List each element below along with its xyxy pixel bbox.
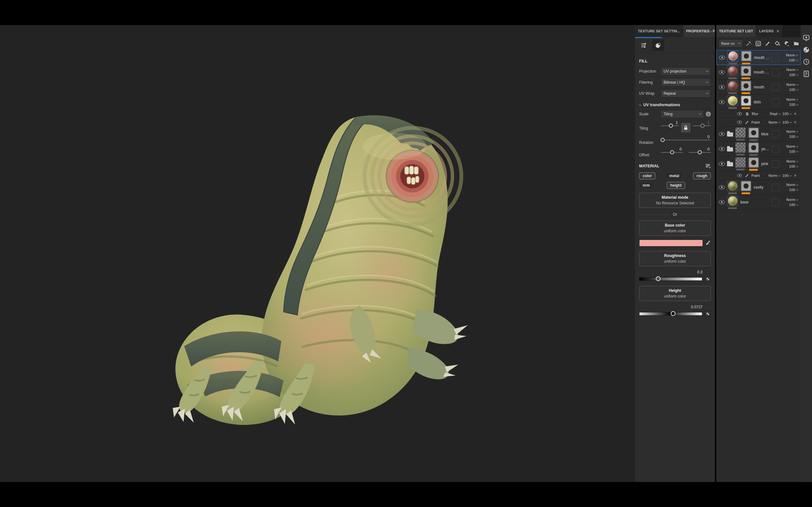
channel-chip-rough[interactable]: rough: [693, 172, 711, 179]
slider-knob[interactable]: [656, 276, 661, 281]
layer-name[interactable]: pink: [761, 162, 770, 166]
add-fill-layer-button[interactable]: [755, 40, 762, 47]
opacity-select[interactable]: 100: [782, 120, 792, 124]
range-swap-icon[interactable]: [705, 276, 711, 282]
filtering-select[interactable]: Bilinear | HQ: [661, 78, 711, 87]
layer-name[interactable]: mouth: [754, 85, 770, 89]
offset-v-slider[interactable]: 0: [689, 148, 711, 153]
visibility-eye-icon[interactable]: [719, 56, 725, 60]
layer-thumbnail[interactable]: [728, 66, 738, 76]
blend-mode-select[interactable]: Norm: [786, 130, 798, 133]
visibility-eye-icon[interactable]: [719, 70, 725, 74]
visibility-eye-icon[interactable]: [737, 121, 742, 124]
tiling-lock-button[interactable]: [681, 123, 691, 132]
mask-thumbnail[interactable]: [742, 51, 751, 61]
material-mode-button[interactable]: [652, 40, 664, 51]
channel-chip-color[interactable]: color: [639, 172, 655, 179]
3d-viewport[interactable]: [0, 25, 635, 482]
blend-mode-select[interactable]: Norm: [786, 183, 798, 187]
roughness-slider[interactable]: [639, 277, 702, 281]
blend-mode-select[interactable]: Norm: [768, 174, 780, 177]
layer-name[interactable]: dots: [754, 100, 770, 104]
opacity-select[interactable]: 100: [789, 103, 798, 107]
slider-knob[interactable]: [670, 150, 674, 154]
mask-thumbnail[interactable]: [749, 158, 758, 167]
visibility-eye-icon[interactable]: [719, 147, 725, 151]
remove-effect-icon[interactable]: ✕: [794, 120, 797, 124]
opacity-select[interactable]: 100: [789, 150, 798, 153]
layer-name[interactable]: blue: [761, 132, 770, 136]
opacity-select[interactable]: 100: [789, 58, 798, 62]
roughness-source-button[interactable]: Roughness uniform color: [639, 251, 711, 266]
add-paint-layer-button[interactable]: [764, 40, 771, 47]
height-slider[interactable]: [639, 312, 702, 316]
slider-knob[interactable]: [669, 124, 673, 128]
offset-u-slider[interactable]: 0: [661, 148, 683, 153]
tab-texture-set-list[interactable]: TEXTURE SET LIST: [716, 25, 756, 37]
opacity-select[interactable]: 100: [789, 88, 798, 92]
opacity-select[interactable]: 100: [789, 164, 798, 168]
layer-row[interactable]: mouth worts Norm 100: [716, 50, 801, 65]
effect-name[interactable]: Paint: [751, 120, 766, 124]
effect-row[interactable]: Paint Norm 100 ✕: [716, 171, 801, 180]
layer-thumbnail[interactable]: [728, 181, 738, 191]
channel-filter-select[interactable]: Base co: [719, 39, 743, 48]
layer-name[interactable]: mouth copy 1: [754, 70, 770, 74]
display-settings-button[interactable]: [803, 34, 810, 42]
visibility-eye-icon[interactable]: [719, 100, 725, 104]
folder-icon[interactable]: [727, 147, 733, 152]
material-mode-selector[interactable]: Material mode No Resource Selected: [639, 193, 711, 208]
layer-row[interactable]: base Norm 100: [716, 195, 801, 210]
slider-knob[interactable]: [698, 150, 702, 154]
material-menu-icon[interactable]: [705, 164, 711, 169]
blend-mode-select[interactable]: Norm: [786, 198, 798, 202]
visibility-eye-icon[interactable]: [737, 174, 742, 177]
add-group-button[interactable]: [793, 40, 800, 47]
opacity-select[interactable]: 100: [782, 174, 792, 177]
group-thumbnail[interactable]: [735, 157, 746, 168]
height-source-button[interactable]: Height uniform color: [639, 286, 711, 301]
mask-thumbnail[interactable]: [749, 128, 758, 137]
group-thumbnail[interactable]: [735, 142, 746, 153]
effect-row[interactable]: S Blur Repl 100 ✕: [716, 110, 801, 118]
layer-thumbnail[interactable]: [728, 51, 738, 61]
layer-name[interactable]: base: [740, 200, 770, 205]
blend-mode-select[interactable]: Norm: [786, 159, 798, 163]
layer-thumbnail[interactable]: [728, 196, 738, 206]
blend-mode-select[interactable]: Repl: [770, 112, 780, 116]
opacity-select[interactable]: 100: [789, 135, 798, 138]
tiling-v-slider[interactable]: 1: [693, 121, 711, 126]
mask-thumbnail[interactable]: [741, 181, 751, 191]
folder-icon[interactable]: [727, 162, 733, 166]
log-button[interactable]: [803, 70, 810, 78]
layer-row[interactable]: mouth copy 1 Norm 100: [716, 65, 801, 80]
shader-settings-button[interactable]: [803, 46, 810, 54]
tiling-u-slider[interactable]: 1: [661, 121, 679, 126]
history-button[interactable]: [803, 58, 810, 66]
group-thumbnail[interactable]: [735, 127, 746, 138]
mask-thumbnail[interactable]: [741, 66, 751, 76]
group-row[interactable]: pink Norm 100: [716, 157, 801, 171]
base-color-source-button[interactable]: Base color uniform color: [639, 221, 711, 236]
visibility-eye-icon[interactable]: [719, 162, 725, 166]
eyedropper-icon[interactable]: [705, 240, 711, 246]
projection-select[interactable]: UV projection: [661, 67, 711, 75]
visibility-eye-icon[interactable]: [719, 185, 725, 189]
remove-effect-icon[interactable]: ✕: [794, 173, 797, 178]
tab-texture-set-settings[interactable]: TEXTURE SET SETTIN...: [635, 25, 683, 37]
mask-thumbnail[interactable]: [749, 143, 758, 153]
visibility-eye-icon[interactable]: [719, 132, 725, 136]
uv-transformations-header[interactable]: UV transformations: [639, 103, 711, 107]
visibility-eye-icon[interactable]: [719, 200, 725, 204]
close-icon[interactable]: ✕: [776, 29, 780, 34]
opacity-select[interactable]: 100: [789, 73, 798, 77]
blend-mode-select[interactable]: Norm: [786, 83, 798, 87]
tab-layers[interactable]: LAYERS ✕: [756, 25, 783, 37]
layer-name[interactable]: mouth worts: [754, 55, 769, 60]
base-color-swatch[interactable]: [639, 239, 703, 246]
channel-chip-height[interactable]: height: [667, 182, 685, 189]
visibility-eye-icon[interactable]: [719, 85, 725, 89]
channel-chip-metal[interactable]: metal: [666, 172, 682, 179]
layer-thumbnail[interactable]: [728, 81, 738, 91]
slider-knob[interactable]: [700, 124, 705, 128]
